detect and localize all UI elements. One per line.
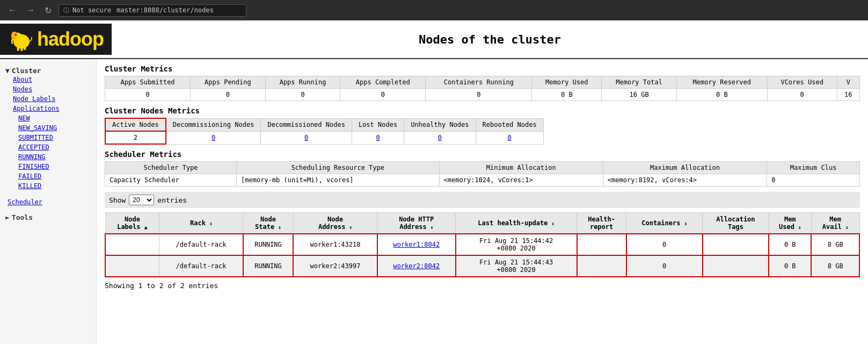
sidebar-item-about[interactable]: About — [5, 75, 91, 84]
address-bar: ⓘ Not secure master:8088/cluster/nodes — [59, 4, 246, 17]
sidebar-item-scheduler[interactable]: Scheduler — [0, 197, 96, 207]
sidebar-item-failed[interactable]: FAILED — [5, 171, 91, 181]
hadoop-brand-text: hadoop — [37, 28, 104, 51]
col-health-report: Health-report — [577, 213, 626, 234]
col-decommissioning-nodes: Decommissioning Nodes — [166, 118, 261, 131]
col-containers[interactable]: Containers ↕ — [626, 213, 703, 234]
col-mem-used[interactable]: MemUsed ↕ — [769, 213, 811, 234]
col-max-alloc: Maximum Allocation — [603, 162, 767, 174]
val-vcores-used: 0 — [767, 89, 837, 101]
col-mem-reserved: Memory Reserved — [676, 76, 767, 89]
scheduler-row: Capacity Scheduler [memory-mb (unit=Mi),… — [105, 174, 860, 187]
content-area: Cluster Metrics Apps Submitted Apps Pend… — [97, 59, 868, 344]
showing-text: Showing 1 to 2 of 2 entries — [105, 277, 860, 294]
col-apps-running: Apps Running — [265, 76, 340, 89]
sidebar-item-killed[interactable]: KILLED — [5, 181, 91, 191]
sidebar-item-submitted[interactable]: SUBMITTED — [5, 133, 91, 142]
sidebar-item-running[interactable]: RUNNING — [5, 152, 91, 162]
forward-button[interactable]: → — [24, 4, 38, 16]
nodes-table: NodeLabels ▲ Rack ↕ NodeState ↕ NodeAddr… — [105, 212, 860, 277]
col-rack[interactable]: Rack ↕ — [159, 213, 243, 234]
security-label: Not secure — [72, 6, 111, 14]
page-title: Nodes of the cluster — [408, 28, 572, 51]
state-2: RUNNING — [243, 255, 294, 277]
col-max-clus: Maximum Clus — [767, 162, 860, 174]
cluster-section-title[interactable]: ▼ Cluster — [5, 67, 91, 75]
cluster-metrics-title: Cluster Metrics — [105, 64, 860, 73]
cluster-nodes-metrics-table: Active Nodes Decommissioning Nodes Decom… — [105, 118, 544, 145]
col-scheduler-type: Scheduler Type — [105, 162, 237, 174]
val-active-nodes: 2 — [105, 131, 166, 144]
cluster-arrow-icon: ▼ — [5, 67, 10, 75]
health-report-2 — [577, 255, 626, 277]
col-mem-used: Memory Used — [532, 76, 602, 89]
cluster-nodes-metrics-title: Cluster Nodes Metrics — [105, 106, 860, 115]
show-entries-bar: Show 10 20 25 50 100 entries — [105, 192, 860, 208]
val-unhealthy: 0 — [404, 131, 476, 144]
http-address-2[interactable]: worker2:8042 — [377, 255, 456, 277]
http-address-1[interactable]: worker1:8042 — [377, 234, 456, 255]
mem-used-2: 0 B — [769, 255, 811, 277]
col-rebooted-nodes: Rebooted Nodes — [476, 118, 543, 131]
mem-avail-2: 8 GB — [811, 255, 859, 277]
col-mem-total: Memory Total — [602, 76, 677, 89]
col-min-alloc: Minimum Allocation — [439, 162, 603, 174]
table-row: /default-rack RUNNING worker2:43997 work… — [105, 255, 859, 277]
last-health-1: Fri Aug 21 15:44:42+0800 2020 — [456, 234, 577, 255]
col-apps-pending: Apps Pending — [191, 76, 266, 89]
alloc-tags-2 — [703, 255, 769, 277]
containers-1: 0 — [626, 234, 703, 255]
tools-arrow-icon: ► — [5, 213, 10, 221]
col-node-http-address[interactable]: Node HTTPAddress ↕ — [377, 213, 456, 234]
rack-1: /default-rack — [159, 234, 243, 255]
col-lost-nodes: Lost Nodes — [352, 118, 404, 131]
sidebar-item-new-saving[interactable]: NEW_SAVING — [5, 123, 91, 133]
sidebar-item-nodes[interactable]: Nodes — [5, 84, 91, 94]
col-unhealthy-nodes: Unhealthy Nodes — [404, 118, 476, 131]
tools-section: ► Tools — [0, 211, 96, 224]
val-decommissioning: 0 — [166, 131, 261, 144]
col-node-labels[interactable]: NodeLabels ▲ — [105, 213, 159, 234]
back-button[interactable]: ← — [5, 4, 19, 16]
svg-rect-5 — [20, 46, 23, 51]
col-active-nodes[interactable]: Active Nodes — [105, 118, 166, 131]
val-max-alloc: <memory:8192, vCores:4> — [603, 174, 767, 187]
reload-button[interactable]: ↻ — [42, 4, 54, 17]
table-row: /default-rack RUNNING worker1:43218 work… — [105, 234, 859, 255]
val-apps-completed: 0 — [340, 89, 426, 101]
sidebar-item-new[interactable]: NEW — [5, 113, 91, 123]
col-mem-avail[interactable]: MemAvail ↕ — [811, 213, 859, 234]
val-scheduling-resource-type: [memory-mb (unit=Mi), vcores] — [237, 174, 440, 187]
nodes-table-header-row: NodeLabels ▲ Rack ↕ NodeState ↕ NodeAddr… — [105, 213, 859, 234]
val-min-alloc: <memory:1024, vCores:1> — [439, 174, 603, 187]
col-decommissioned-nodes: Decommissioned Nodes — [261, 118, 352, 131]
svg-point-3 — [15, 34, 17, 35]
scheduler-metrics-title: Scheduler Metrics — [105, 150, 860, 159]
val-rebooted: 0 — [476, 131, 543, 144]
tools-section-title[interactable]: ► Tools — [5, 213, 91, 221]
col-v: V — [837, 76, 859, 89]
col-allocation-tags: AllocationTags — [703, 213, 769, 234]
entries-select[interactable]: 10 20 25 50 100 — [129, 195, 154, 205]
col-node-state[interactable]: NodeState ↕ — [243, 213, 294, 234]
state-1: RUNNING — [243, 234, 294, 255]
val-decommissioned: 0 — [261, 131, 352, 144]
svg-rect-4 — [17, 46, 19, 51]
health-report-1 — [577, 234, 626, 255]
cluster-section: ▼ Cluster About Nodes Node Labels Applic… — [0, 64, 96, 193]
sidebar-item-node-labels[interactable]: Node Labels — [5, 94, 91, 104]
col-last-health-update[interactable]: Last health-update ↕ — [456, 213, 577, 234]
sidebar-item-accepted[interactable]: ACCEPTED — [5, 142, 91, 152]
col-node-address[interactable]: NodeAddress ↕ — [293, 213, 377, 234]
address-1: worker1:43218 — [293, 234, 377, 255]
rack-2: /default-rack — [159, 255, 243, 277]
node-labels-1 — [105, 234, 159, 255]
val-apps-running: 0 — [265, 89, 340, 101]
address-2: worker2:43997 — [293, 255, 377, 277]
sidebar: ▼ Cluster About Nodes Node Labels Applic… — [0, 59, 97, 344]
sidebar-item-applications[interactable]: Applications — [5, 104, 91, 113]
sidebar-item-finished[interactable]: FINISHED — [5, 162, 91, 171]
browser-chrome: ← → ↻ ⓘ Not secure master:8088/cluster/n… — [0, 0, 868, 20]
containers-2: 0 — [626, 255, 703, 277]
svg-rect-6 — [24, 46, 26, 50]
